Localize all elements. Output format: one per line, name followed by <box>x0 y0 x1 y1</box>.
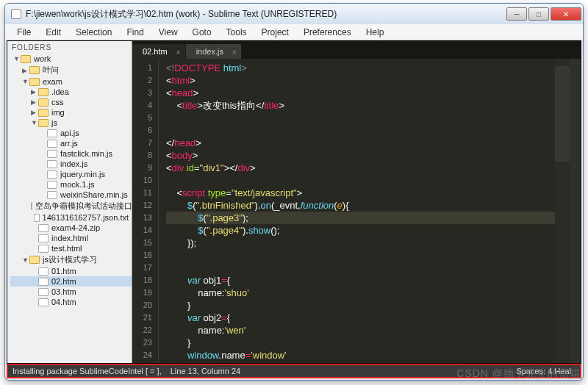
minimize-button[interactable]: ─ <box>506 7 527 21</box>
status-bar: Installing package SublimeCodeIntel [ = … <box>7 364 581 378</box>
file-item[interactable]: api.js <box>10 128 132 138</box>
sidebar-header: FOLDERS <box>7 41 132 54</box>
folder-item[interactable]: ▼js设计模式学习 <box>10 253 132 266</box>
file-item[interactable]: 04.htm <box>10 297 132 307</box>
menu-project[interactable]: Project <box>256 26 295 39</box>
status-right[interactable]: Spaces: 4 Heal <box>516 367 571 375</box>
menu-goto[interactable]: Goto <box>187 26 218 39</box>
file-item[interactable]: index.html <box>10 233 132 243</box>
file-item[interactable]: exam4-24.zip <box>10 223 132 233</box>
folder-item[interactable]: ▶.idea <box>10 87 132 97</box>
tab-bar: 02.htm×index.js× <box>132 41 581 59</box>
minimap-viewport[interactable] <box>555 66 570 162</box>
scrollbar[interactable] <box>570 59 581 363</box>
file-item[interactable]: 01.htm <box>10 266 132 276</box>
folder-item[interactable]: ▶img <box>10 107 132 118</box>
folder-item[interactable]: ▼exam <box>10 76 132 87</box>
titlebar[interactable]: F:\jiewen\work\js设计模式学习\02.htm (work) - … <box>5 4 583 24</box>
menu-edit[interactable]: Edit <box>40 26 67 39</box>
app-icon <box>11 9 21 19</box>
menu-tools[interactable]: Tools <box>220 26 253 39</box>
file-item[interactable]: fastclick.min.js <box>10 148 132 159</box>
source-text[interactable]: <!DOCTYPE html><html><head> <title>改变thi… <box>159 59 555 363</box>
status-installing: Installing package SublimeCodeIntel [ = … <box>12 367 162 375</box>
folder-item[interactable]: ▶叶问 <box>10 64 132 76</box>
tab-close-icon[interactable]: × <box>176 48 180 57</box>
app-window: F:\jiewen\work\js设计模式学习\02.htm (work) - … <box>4 3 584 381</box>
file-item[interactable]: 1461316162757.json.txt <box>10 212 132 223</box>
file-item[interactable]: jquery.min.js <box>10 169 132 179</box>
menu-view[interactable]: View <box>153 26 184 39</box>
window-title: F:\jiewen\work\js设计模式学习\02.htm (work) - … <box>26 8 506 21</box>
menu-selection[interactable]: Selection <box>70 26 118 39</box>
minimap[interactable] <box>555 59 570 363</box>
menu-help[interactable]: Help <box>360 26 390 39</box>
folder-item[interactable]: ▶css <box>10 97 132 107</box>
menu-find[interactable]: Find <box>121 26 149 39</box>
menu-file[interactable]: File <box>11 26 37 39</box>
file-item[interactable]: weixinShare.min.js <box>10 190 132 200</box>
code-area[interactable]: 1234567891011121314151617181920212223242… <box>132 59 581 363</box>
status-cursor-pos: Line 13, Column 24 <box>171 367 240 375</box>
file-item[interactable]: index.js <box>10 159 132 169</box>
window-controls: ─ □ ✕ <box>506 7 583 21</box>
tab[interactable]: index.js× <box>186 44 242 59</box>
folder-item[interactable]: ▼js <box>10 118 132 128</box>
editor-pane: 02.htm×index.js× 12345678910111213141516… <box>132 41 581 363</box>
menubar: FileEditSelectionFindViewGotoToolsProjec… <box>5 24 583 40</box>
line-gutter: 1234567891011121314151617181920212223242… <box>132 59 159 363</box>
file-item[interactable]: mock.1.js <box>10 179 132 190</box>
file-item[interactable]: test.html <box>10 243 132 253</box>
folder-tree: ▼work▶叶问▼exam▶.idea▶css▶img▼jsapi.jsarr.… <box>7 54 132 307</box>
folder-item[interactable]: ▼work <box>10 54 132 64</box>
file-item[interactable]: 02.htm <box>10 276 132 287</box>
app-body: FOLDERS ▼work▶叶问▼exam▶.idea▶css▶img▼jsap… <box>7 40 581 364</box>
file-item[interactable]: arr.js <box>10 138 132 148</box>
tab-close-icon[interactable]: × <box>232 48 237 57</box>
sidebar: FOLDERS ▼work▶叶问▼exam▶.idea▶css▶img▼jsap… <box>7 41 132 363</box>
tab[interactable]: 02.htm× <box>132 44 186 59</box>
maximize-button[interactable]: □ <box>528 7 549 21</box>
close-button[interactable]: ✕ <box>551 7 581 21</box>
menu-preferences[interactable]: Preferences <box>298 26 357 39</box>
file-item[interactable]: 03.htm <box>10 287 132 297</box>
file-item[interactable]: 空岛争霸模拟考试活动接口 <box>10 200 132 212</box>
